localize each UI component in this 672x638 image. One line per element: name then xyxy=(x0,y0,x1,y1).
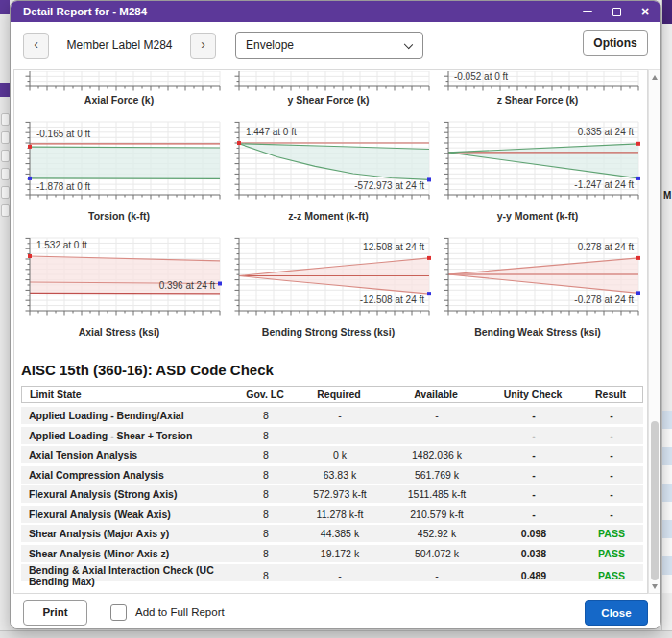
chart-canvas xyxy=(16,71,222,94)
column-header-available: Available xyxy=(385,389,487,400)
report-scroll-content: Axial Force (k)y Shear Force (k)-0.052 a… xyxy=(13,69,648,594)
background-bottom-strip xyxy=(0,630,672,638)
vertical-scrollbar[interactable] xyxy=(648,69,660,594)
chevron-left-icon: ‹ xyxy=(34,36,38,52)
table-cell: - xyxy=(386,430,488,441)
result-cell: PASS xyxy=(580,570,643,581)
close-button[interactable]: Close xyxy=(585,600,648,626)
background-control-fragment xyxy=(1,186,10,199)
table-cell: 8 xyxy=(238,570,294,581)
minimize-button[interactable] xyxy=(580,4,595,19)
background-toolbar-fragment xyxy=(0,83,10,97)
table-cell: - xyxy=(294,570,386,581)
table-cell: 1482.036 k xyxy=(386,449,488,461)
chart-bending-strong-stress-ksi: 12.508 at 24 ft-12.508 at 24 ftBending S… xyxy=(226,236,431,339)
table-cell: 504.072 k xyxy=(386,548,488,559)
table-cell: 0.038 xyxy=(488,548,580,559)
background-control-fragment xyxy=(1,131,10,144)
table-cell: - xyxy=(488,430,580,441)
result-cell: - xyxy=(580,449,643,461)
chart-row-forces: Axial Force (k)y Shear Force (k)-0.052 a… xyxy=(16,71,647,106)
chart-value-label: 1.532 at 0 ft xyxy=(36,240,87,250)
background-titlebar-fragment xyxy=(662,0,672,24)
dialog-titlebar[interactable]: Detail Report for - M284 × xyxy=(11,1,660,22)
chart-value-label: 12.508 at 24 ft xyxy=(363,242,424,252)
table-cell: 452.92 k xyxy=(386,528,488,539)
table-row: Shear Analysis (Major Axis y)844.385 k45… xyxy=(21,525,643,542)
chart-y-shear-force-k: y Shear Force (k) xyxy=(226,71,431,106)
background-table-row-fragment xyxy=(662,575,672,593)
table-cell: - xyxy=(488,508,580,520)
previous-member-button[interactable]: ‹ xyxy=(23,33,49,59)
maximize-button[interactable] xyxy=(609,4,624,19)
scroll-down-button[interactable] xyxy=(649,580,660,592)
table-cell: - xyxy=(488,488,580,500)
result-cell: - xyxy=(580,410,643,421)
chart-torsion-k-ft: -0.165 at 0 ft-1.878 at 0 ftTorsion (k-f… xyxy=(16,120,222,223)
background-window-right-strip: M xyxy=(661,0,672,638)
chart-canvas: -0.052 at 0 ft xyxy=(435,71,640,94)
code-check-heading: AISC 15th (360-16): ASD Code Check xyxy=(21,362,647,378)
table-cell: 8 xyxy=(238,548,294,559)
table-cell: Flexural Analysis (Weak Axis) xyxy=(21,508,238,520)
background-control-fragment xyxy=(1,150,10,162)
chart-title: Bending Strong Stress (ksi) xyxy=(226,326,431,339)
table-cell: 1511.485 k-ft xyxy=(386,488,488,500)
table-cell: 0.098 xyxy=(488,528,580,539)
close-icon: × xyxy=(641,5,649,18)
result-set-dropdown[interactable]: Envelope xyxy=(235,32,423,59)
scroll-up-button[interactable] xyxy=(649,71,660,83)
chart-row-stresses: 1.532 at 0 ft0.396 at 24 ftAxial Stress … xyxy=(16,236,647,339)
table-cell: 0.489 xyxy=(488,570,580,581)
minimize-icon xyxy=(583,11,592,12)
table-cell: 8 xyxy=(238,430,294,441)
table-cell: - xyxy=(488,469,580,481)
table-cell: 44.385 k xyxy=(294,528,386,539)
table-cell: 8 xyxy=(238,410,294,421)
chart-canvas: 12.508 at 24 ft-12.508 at 24 ft xyxy=(226,236,431,326)
table-cell: - xyxy=(294,430,386,441)
chart-title: Axial Force (k) xyxy=(16,94,222,106)
chart-canvas: 1.532 at 0 ft0.396 at 24 ft xyxy=(16,236,222,326)
code-check-table: Limit StateGov. LCRequiredAvailableUnity… xyxy=(21,386,643,581)
chart-title: Torsion (k-ft) xyxy=(16,210,222,223)
table-cell: Bending & Axial Interaction Check (UC Be… xyxy=(21,564,238,587)
table-cell: - xyxy=(386,570,488,581)
next-member-button[interactable]: › xyxy=(190,33,216,59)
table-cell: 8 xyxy=(238,508,294,520)
add-to-full-report-checkbox[interactable] xyxy=(110,604,127,621)
chevron-down-icon xyxy=(404,40,413,49)
print-button[interactable]: Print xyxy=(23,600,87,626)
chart-title: Bending Weak Stress (ksi) xyxy=(435,326,640,339)
result-cell: - xyxy=(580,508,643,520)
options-button[interactable]: Options xyxy=(583,30,648,56)
table-cell: Flexural Analysis (Strong Axis) xyxy=(21,488,238,500)
chart-y-y-moment-k-ft: 0.335 at 24 ft-1.247 at 24 fty-y Moment … xyxy=(435,120,640,223)
table-cell: 8 xyxy=(238,528,294,539)
chart-value-label: -1.247 at 24 ft xyxy=(574,179,634,190)
chart-value-label: -0.052 at 0 ft xyxy=(454,71,508,82)
scrollbar-thumb[interactable] xyxy=(651,421,659,580)
result-cell: PASS xyxy=(580,528,643,539)
result-cell: - xyxy=(580,430,643,441)
table-cell: Axial Tension Analysis xyxy=(21,449,238,461)
table-cell: 19.172 k xyxy=(294,548,386,559)
background-titlebar-fragment xyxy=(0,0,10,14)
chart-axial-force-k: Axial Force (k) xyxy=(16,71,222,106)
chart-value-label: -12.508 at 24 ft xyxy=(360,295,424,305)
background-table-row-fragment xyxy=(662,556,672,575)
chart-z-shear-force-k: -0.052 at 0 ftz Shear Force (k) xyxy=(435,71,640,106)
table-cell: - xyxy=(488,449,580,461)
column-header-limit-state: Limit State xyxy=(22,389,237,400)
code-check-table-header: Limit StateGov. LCRequiredAvailableUnity… xyxy=(21,386,643,403)
table-cell: 210.579 k-ft xyxy=(386,508,488,520)
table-row: Flexural Analysis (Strong Axis)8572.973 … xyxy=(21,485,643,503)
close-window-button[interactable]: × xyxy=(637,4,653,19)
table-cell: 63.83 k xyxy=(294,469,386,481)
window-controls: × xyxy=(580,1,653,22)
background-table-row-fragment xyxy=(662,502,672,520)
chart-value-label: 1.447 at 0 ft xyxy=(246,127,297,137)
table-cell: Axial Compression Analysis xyxy=(21,469,238,481)
chart-value-label: 0.396 at 24 ft xyxy=(159,280,216,291)
column-header-gov-lc: Gov. LC xyxy=(237,389,293,400)
